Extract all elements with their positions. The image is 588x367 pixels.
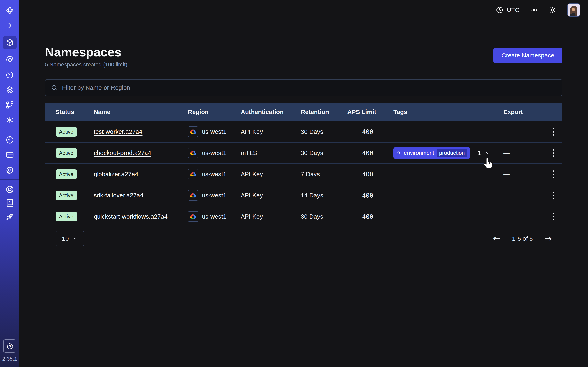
sidebar-item-deployments[interactable] (5, 85, 15, 95)
sidebar-item-batch[interactable] (5, 115, 15, 125)
sidebar-item-docs[interactable] (5, 198, 15, 208)
chevron-right-icon (5, 21, 15, 30)
sidebar-item-nexus[interactable] (5, 55, 15, 64)
create-namespace-button[interactable]: Create Namespace (493, 48, 562, 63)
table-footer: 10 ← 1-5 of 5 → (45, 227, 562, 250)
col-status: Status (56, 108, 94, 115)
git-branch-icon (5, 100, 15, 110)
rocket-icon (5, 212, 15, 221)
table-header: Status Name Region Authentication Retent… (45, 103, 562, 121)
col-export: Export (503, 108, 544, 115)
status-badge: Active (56, 127, 77, 137)
sidebar-item-getting-started[interactable] (5, 212, 15, 221)
namespace-link[interactable]: sdk-failover.a27a4 (94, 192, 144, 199)
sun-icon[interactable] (548, 6, 557, 14)
retention-value: 30 Days (301, 128, 347, 135)
region-label: us-west1 (202, 128, 226, 135)
gcp-icon (188, 190, 199, 201)
chevron-down-icon[interactable] (485, 150, 491, 156)
gcp-icon (188, 169, 199, 179)
namespace-link[interactable]: quickstart-workflows.a27a4 (94, 213, 168, 220)
row-menu-button[interactable] (551, 211, 556, 222)
aps-value: 400 (347, 192, 373, 199)
row-menu-button[interactable] (551, 190, 556, 201)
tag-key: environment (404, 150, 434, 156)
sidebar-item-workflows[interactable] (5, 100, 15, 110)
status-badge: Active (56, 191, 77, 200)
user-avatar[interactable] (567, 3, 580, 17)
sidebar: $ 2.35.1 (0, 0, 19, 367)
col-retention: Retention (301, 108, 347, 115)
sidebar-item-settings[interactable] (5, 165, 15, 175)
timezone-selector[interactable]: UTC (495, 6, 519, 14)
table-row: Active test-worker.a27a4 us-west1 API Ke… (45, 121, 562, 142)
pagination-range: 1-5 of 5 (512, 235, 533, 242)
gcp-icon (188, 126, 199, 137)
prev-page-button[interactable]: ← (493, 234, 500, 243)
export-value: — (503, 150, 544, 156)
retention-value: 30 Days (301, 150, 347, 156)
auth-value: API Key (241, 171, 301, 178)
sidebar-divider (0, 179, 19, 180)
sidebar-item-schedules[interactable] (5, 70, 15, 80)
sidebar-item-support[interactable] (5, 185, 15, 194)
sidebar-item-usage[interactable] (5, 135, 15, 144)
tag-value: production (437, 149, 467, 157)
timezone-label: UTC (507, 7, 519, 13)
book-sparkles-icon (5, 198, 15, 208)
row-menu-button[interactable] (551, 168, 556, 180)
namespace-link[interactable]: checkout-prod.a27a4 (94, 150, 151, 156)
credit-card-icon (5, 150, 15, 159)
export-value: — (503, 213, 544, 220)
tags-more-count: +1 (474, 150, 481, 156)
auth-value: API Key (241, 128, 301, 135)
status-badge: Active (56, 169, 77, 179)
gear-icon (5, 165, 15, 175)
namespace-link[interactable]: test-worker.a27a4 (94, 128, 142, 135)
tag-chip[interactable]: environment production (393, 147, 470, 159)
spiral-icon (5, 55, 15, 64)
next-page-button[interactable]: → (545, 234, 552, 243)
topbar: UTC (19, 0, 588, 20)
page-subtitle: 5 Namespaces created (100 limit) (45, 61, 127, 68)
export-value: — (503, 128, 544, 135)
filter-bar[interactable] (45, 79, 562, 96)
gcp-icon (188, 211, 199, 222)
app-version: 2.35.1 (2, 356, 17, 362)
sidebar-expand-button[interactable] (5, 21, 15, 30)
life-ring-icon (5, 185, 15, 194)
sidebar-item-billing[interactable] (5, 150, 15, 159)
asterisk-icon (5, 115, 15, 125)
aps-value: 400 (347, 128, 373, 135)
status-badge: Active (56, 212, 77, 221)
page-size-select[interactable]: 10 (56, 231, 84, 246)
region-label: us-west1 (202, 150, 226, 156)
auth-value: API Key (241, 192, 301, 199)
filter-input[interactable] (62, 84, 557, 91)
temporal-logo[interactable] (5, 6, 15, 15)
glasses-icon[interactable] (530, 6, 538, 14)
gcp-icon (188, 148, 199, 158)
export-value: — (503, 192, 544, 199)
retention-value: 30 Days (301, 213, 347, 220)
page-size-value: 10 (62, 235, 69, 242)
status-badge: Active (56, 148, 77, 158)
table-row: Active quickstart-workflows.a27a4 us-wes… (45, 206, 562, 227)
col-name: Name (94, 108, 188, 115)
aps-value: 400 (347, 171, 373, 178)
credits-button[interactable]: $ (3, 340, 16, 352)
row-menu-button[interactable] (551, 126, 556, 138)
dollar-badge-icon: $ (6, 342, 14, 350)
avatar-photo (568, 4, 580, 16)
retention-value: 14 Days (301, 192, 347, 199)
retention-value: 7 Days (301, 171, 347, 178)
namespace-link[interactable]: globalizer.a27a4 (94, 171, 138, 177)
chevron-down-icon (72, 236, 78, 241)
sidebar-item-namespaces[interactable] (3, 36, 17, 49)
row-menu-button[interactable] (551, 147, 556, 159)
region-label: us-west1 (202, 192, 226, 199)
namespaces-table: Status Name Region Authentication Retent… (45, 103, 562, 250)
auth-value: mTLS (241, 150, 301, 156)
layers-icon (5, 85, 15, 95)
gauge-icon (5, 135, 15, 144)
